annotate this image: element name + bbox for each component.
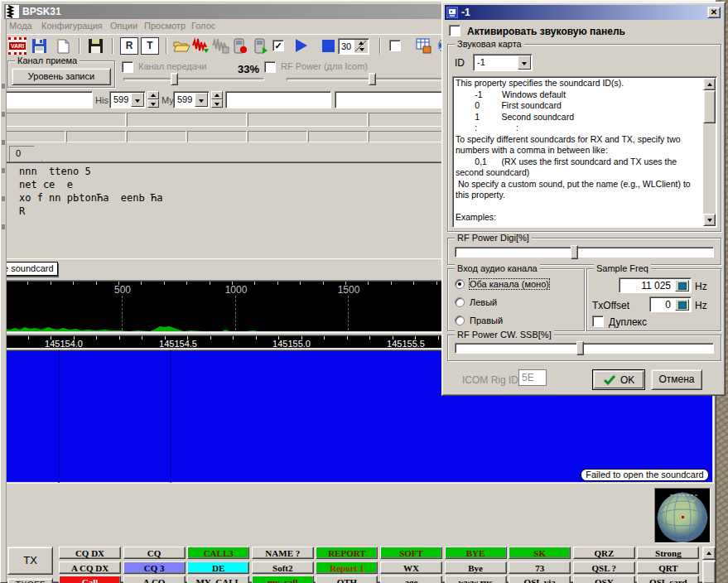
tx-button[interactable]: TX [7,547,53,575]
radio-left-channel[interactable] [455,297,465,307]
macro-button-a-cq-dx[interactable]: A CQ DX [59,561,121,574]
macro-button-qsl-card[interactable]: QSL card [637,576,699,583]
cancel-button[interactable]: Отмена [651,369,702,390]
txoff-button[interactable]: TXOFF [7,578,53,583]
macro-button-sk[interactable]: SK [509,547,571,559]
radio-left-channel-label[interactable]: Левый [470,297,497,307]
qth-input[interactable] [335,91,459,108]
radio-right-channel-label[interactable]: Правый [470,316,503,325]
rf-power-cw-slider[interactable] [455,343,714,354]
menu-view[interactable]: Просмотр [144,21,186,31]
play-icon[interactable] [296,39,307,52]
macro-button-call[interactable]: Call [59,576,121,583]
save-as-icon[interactable] [87,37,105,55]
stop-icon[interactable] [322,40,335,52]
help-scrollbar[interactable] [703,78,716,226]
rx-tab[interactable]: 0 [9,146,42,161]
radio-both-channels-label[interactable]: Оба канала (моно) [470,279,549,289]
soundcard-help-box[interactable]: This property specifies the soundcard ID… [452,76,717,228]
macro-button-de[interactable]: DE [187,561,249,574]
macro-button-my-call[interactable]: MY_CALL [187,576,249,583]
my-rst-dropdown-button[interactable] [195,93,208,107]
menu-config[interactable]: Конфигурация [41,21,103,31]
sample-freq-calc-icon[interactable] [675,280,689,292]
ok-button[interactable]: OK [592,369,645,390]
macro-button-strong[interactable]: Strong [637,547,699,559]
rf-power-digi-thumb[interactable] [571,245,578,259]
macro-button-cq-3[interactable]: CQ 3 [123,561,186,574]
txoffset-calc-icon[interactable] [675,299,689,311]
radio-right-channel[interactable] [455,316,465,325]
scroll-up-icon[interactable] [703,78,716,90]
macro-button-my-call[interactable]: my_call [252,576,314,583]
macro-button-bye[interactable]: BYE [445,547,507,559]
menu-moda[interactable]: Мода [9,21,32,31]
macro-button-qrt[interactable]: QRT [637,561,699,574]
tx-time-spinbox[interactable]: 30 [338,38,369,55]
close-icon[interactable]: ✕ [707,7,721,18]
his-rst-combo[interactable]: 599 [109,91,146,108]
activate-sound-panel-checkbox[interactable] [449,25,460,36]
duplex-checkbox[interactable] [592,316,604,327]
macro-button-www-rus[interactable]: www.rus [445,576,507,583]
play-message-icon[interactable] [252,37,270,55]
soundcard-id-dropdown-button[interactable] [518,55,531,70]
callsign-input[interactable] [4,91,93,108]
macro-button-qsl-[interactable]: QSL ? [573,561,635,574]
record-waveform-icon[interactable] [192,37,210,55]
macro-button-qth[interactable]: QTH [316,576,378,583]
name-input[interactable] [225,91,331,108]
macro-button-report-1[interactable]: Report 1 [316,561,378,574]
record-level-button[interactable]: Уровень записи [12,68,111,85]
his-rst-dropdown-button[interactable] [131,93,144,107]
save-icon[interactable] [31,37,49,55]
macro-button-name-[interactable]: NAME ? [252,547,314,559]
his-rst-spinner[interactable] [147,91,159,108]
menu-options[interactable]: Опции [110,21,137,31]
macro-button-cq[interactable]: CQ [123,547,186,559]
macro-button-cq-dx[interactable]: CQ DX [59,547,121,559]
diagonal-spinner-icon[interactable] [354,40,368,53]
toolbar-checkbox-checked[interactable]: ✓ [272,40,284,51]
tx-channel-checkbox[interactable] [122,61,133,73]
macro-button-soft2[interactable]: Soft2 [252,561,314,574]
new-document-icon[interactable] [54,37,72,55]
macro-scroll-up-button[interactable] [702,547,716,560]
save-table-icon[interactable] [415,37,433,55]
toolbar-checkbox-unchecked[interactable] [389,40,401,51]
vari-mode-icon[interactable]: VARI [8,37,27,55]
scroll-thumb[interactable] [703,90,716,123]
my-rst-spinner[interactable] [211,91,223,108]
txoffset-input[interactable]: 0 [649,296,692,312]
my-rst-combo[interactable]: 599 [173,91,210,108]
macro-button-call3[interactable]: CALL3 [187,547,249,559]
rx-window-icon[interactable]: R [120,37,138,55]
macro-button-age[interactable]: age [380,576,442,583]
menu-voice[interactable]: Голос [191,21,215,31]
macro-button-73[interactable]: 73 [509,561,571,574]
record-message-icon[interactable] [231,37,249,55]
rf-power-slider[interactable] [287,72,442,87]
macro-button-wx[interactable]: WX [380,561,442,574]
tx-window-icon[interactable]: T [141,37,159,55]
macro-button-report[interactable]: REPORT [316,547,378,559]
macro-button-a-cq[interactable]: A CQ [123,576,186,583]
macro-button-qrz[interactable]: QRZ [573,547,635,559]
macro-button-soft[interactable]: SOFT [380,547,442,559]
rf-power-checkbox[interactable] [264,61,276,73]
macro-button-bye[interactable]: Bye [445,561,507,574]
rf-power-cw-thumb[interactable] [576,341,584,355]
radio-both-channels[interactable] [455,279,465,289]
sample-freq-input[interactable]: 11 025 [619,277,692,293]
icom-rig-id-input[interactable]: 5E [518,369,547,386]
soundcard-id-combo[interactable]: -1 [473,54,533,71]
open-folder-icon[interactable] [172,37,190,55]
rf-power-digi-slider[interactable] [455,247,714,258]
dialog-titlebar[interactable]: -1 ✕ [445,5,722,20]
freq-label: 145154.5 [159,339,197,349]
macro-button-qsy[interactable]: QSY [573,576,635,583]
scroll-down-icon[interactable] [703,214,716,226]
waveform-gray-icon[interactable] [212,37,230,55]
macro-scroll-down-button[interactable] [702,561,716,583]
macro-button-qsl-via[interactable]: QSL via [509,576,571,583]
